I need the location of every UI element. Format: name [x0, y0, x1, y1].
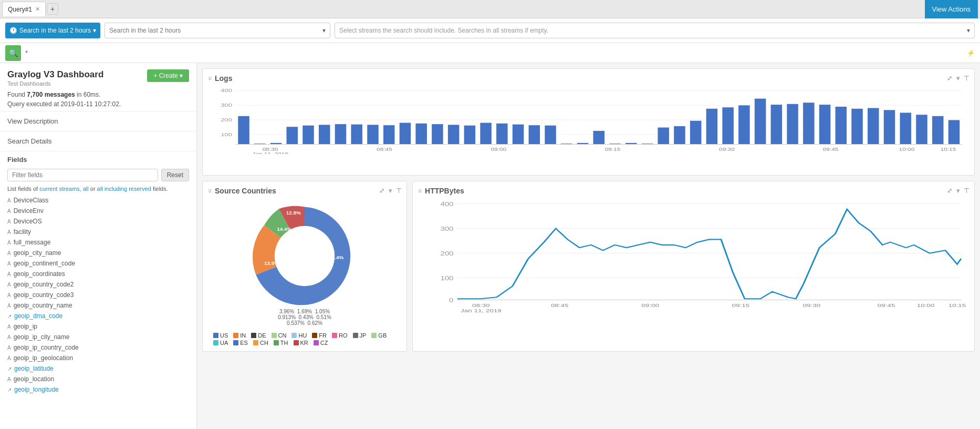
close-icon[interactable]: ✕ — [35, 6, 40, 13]
field-item[interactable]: ↗geoip_dma_code — [0, 311, 196, 321]
text-field-icon: A — [7, 376, 11, 382]
time-search-input[interactable]: ▾ — [105, 23, 330, 38]
svg-rect-42 — [771, 105, 783, 144]
field-item[interactable]: Ageoip_location — [0, 374, 196, 384]
svg-rect-24 — [480, 123, 492, 145]
svg-text:09:30: 09:30 — [719, 147, 735, 152]
stream-selector[interactable]: Select streams the search should include… — [335, 23, 975, 38]
field-item[interactable]: ADeviceClass — [0, 195, 196, 206]
add-tab-button[interactable]: + — [47, 3, 58, 15]
view-actions-button[interactable]: View Actions — [925, 0, 978, 18]
fields-filter-row: Reset — [0, 166, 196, 185]
svg-text:10:00: 10:00 — [899, 147, 915, 152]
field-item[interactable]: Afull_message — [0, 237, 196, 248]
svg-text:100: 100 — [221, 131, 232, 137]
hb-expand-icon[interactable]: ⤢ — [947, 187, 952, 195]
current-streams-link[interactable]: current streams — [39, 186, 79, 192]
sidebar-item-search-details[interactable]: Search Details — [0, 131, 196, 151]
field-label: geoip_country_code2 — [14, 281, 74, 288]
legend-item: IN — [233, 332, 246, 339]
field-item[interactable]: Ageoip_country_code3 — [0, 290, 196, 300]
field-item[interactable]: Ageoip_continent_code — [0, 258, 196, 269]
reserved-link[interactable]: all including reserved — [97, 186, 151, 192]
svg-rect-50 — [900, 113, 911, 144]
time-range-button[interactable]: 🕐 Search in the last 2 hours ▾ — [5, 23, 100, 38]
text-field-icon: A — [7, 219, 11, 224]
sidebar-header: Graylog V3 Dashboard Test Dashboards + C… — [0, 63, 196, 111]
logs-sort-icon[interactable]: ▾ — [956, 75, 960, 82]
legend-label: HU — [298, 332, 307, 339]
field-item[interactable]: Ageoip_country_code2 — [0, 279, 196, 290]
fields-reset-button[interactable]: Reset — [161, 169, 189, 181]
text-field-icon: A — [7, 355, 11, 361]
hb-menu-icon[interactable]: ≡ — [418, 187, 422, 195]
search-button[interactable]: 🔍 — [5, 45, 21, 61]
tab-query1[interactable]: Query#1 ✕ — [2, 2, 46, 16]
field-label: DeviceOS — [14, 218, 42, 225]
field-item[interactable]: Ageoip_country_name — [0, 300, 196, 311]
svg-text:200: 200 — [440, 250, 453, 257]
stats-mid: in 60ms. — [75, 91, 101, 98]
filter-icon[interactable]: ⚡ — [967, 49, 975, 57]
field-item[interactable]: Ageoip_ip_country_code — [0, 342, 196, 353]
hb-filter-icon[interactable]: ⊤ — [964, 187, 969, 195]
logs-menu-icon[interactable]: ≡ — [208, 75, 212, 82]
legend-label: GB — [378, 332, 387, 339]
logs-filter-icon[interactable]: ⊤ — [964, 75, 969, 82]
all-link[interactable]: all — [83, 186, 89, 192]
text-field-icon: A — [7, 334, 11, 340]
sc-menu-icon[interactable]: ≡ — [208, 187, 212, 195]
field-item[interactable]: Afacility — [0, 227, 196, 237]
time-search-field[interactable] — [105, 27, 318, 34]
field-item[interactable]: ADeviceEnv — [0, 206, 196, 216]
legend-label: TH — [280, 340, 288, 346]
svg-rect-20 — [415, 124, 427, 145]
create-button[interactable]: + Create ▾ — [147, 69, 189, 82]
field-item[interactable]: Ageoip_ip_city_name — [0, 332, 196, 342]
field-item[interactable]: Ageoip_ip_geolocation — [0, 353, 196, 363]
hb-sort-icon[interactable]: ▾ — [956, 187, 960, 195]
sc-filter-icon[interactable]: ⊤ — [396, 187, 401, 195]
field-item[interactable]: Ageoip_coordinates — [0, 269, 196, 279]
svg-text:200: 200 — [221, 117, 232, 122]
hint-prefix: List fields of — [7, 186, 39, 192]
field-item[interactable]: ↗geoip_latitude — [0, 363, 196, 374]
svg-rect-35 — [658, 128, 669, 145]
svg-text:08:45: 08:45 — [551, 302, 569, 308]
svg-text:12.8%: 12.8% — [286, 210, 301, 216]
svg-text:47.4%: 47.4% — [329, 254, 343, 260]
field-item[interactable]: Ageoip_city_name — [0, 248, 196, 258]
legend-item: GB — [371, 332, 387, 339]
sidebar-item-view-description[interactable]: View Description — [0, 111, 196, 131]
svg-rect-21 — [432, 124, 443, 144]
text-field-icon: A — [7, 208, 11, 214]
field-label: facility — [14, 228, 31, 236]
field-label: geoip_location — [14, 375, 54, 383]
svg-text:300: 300 — [221, 103, 232, 108]
legend-label: FR — [319, 332, 327, 339]
source-countries-widget: ≡ Source Countries ⤢ ▾ ⊤ — [202, 181, 407, 352]
field-item[interactable]: ↗geoip_longitude — [0, 384, 196, 395]
link-icon: ↗ — [7, 387, 12, 393]
query-input[interactable]: * — [25, 49, 28, 57]
sc-expand-icon[interactable]: ⤢ — [379, 187, 384, 195]
fields-filter-input[interactable] — [7, 169, 158, 181]
legend-label: KR — [300, 340, 308, 346]
legend-label: ES — [240, 340, 248, 346]
svg-rect-23 — [464, 126, 476, 145]
hb-title: HTTPBytes — [425, 187, 464, 195]
sc-sort-icon[interactable]: ▾ — [389, 187, 392, 195]
legend-item: US — [213, 332, 228, 339]
field-item[interactable]: ADeviceOS — [0, 216, 196, 227]
text-field-icon: A — [7, 261, 11, 267]
svg-text:09:45: 09:45 — [878, 302, 895, 308]
svg-text:400: 400 — [221, 88, 232, 93]
field-label: DeviceEnv — [14, 207, 44, 214]
logs-expand-icon[interactable]: ⤢ — [947, 75, 952, 82]
chevron-down-icon[interactable]: ▾ — [318, 27, 330, 34]
text-field-icon: A — [7, 324, 11, 330]
svg-rect-28 — [545, 126, 556, 145]
dashboard-title: Graylog V3 Dashboard — [7, 69, 103, 80]
field-label: geoip_ip_city_name — [14, 333, 70, 341]
field-item[interactable]: Ageoip_ip — [0, 321, 196, 332]
